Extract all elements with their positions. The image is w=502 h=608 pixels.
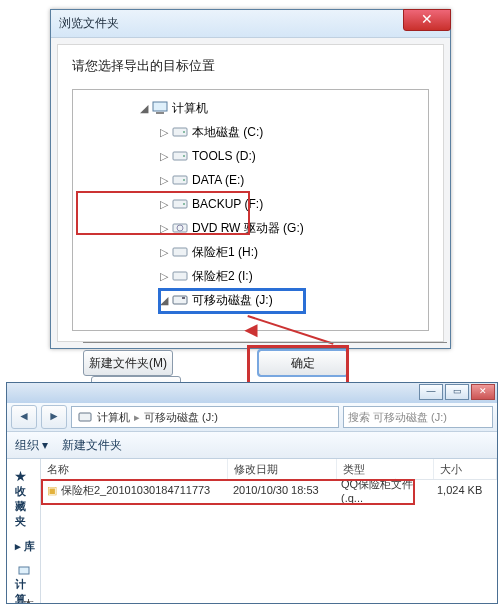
removable-drive-icon [171,288,189,312]
drive-icon [171,192,189,216]
address-bar[interactable]: 计算机 ▸ 可移动磁盘 (J:) [71,406,339,428]
expand-icon[interactable]: ▷ [157,168,171,192]
collapse-icon[interactable]: ◢ [137,96,151,120]
explorer-sidebar[interactable]: ★ 收藏夹 ▸ 库 计算机 本地磁盘 (C:) TOOLS (D:) DATA … [7,459,41,603]
svg-rect-0 [153,102,167,111]
folder-tree[interactable]: ◢ 计算机 ▷本地磁盘 (C:) ▷TOOLS (D:) ▷DATA (E:) … [72,89,429,331]
search-input[interactable]: 搜索 可移动磁盘 (J:) [343,406,493,428]
toolbar-new-folder[interactable]: 新建文件夹 [62,437,122,454]
collapse-icon[interactable]: ◢ [157,288,171,312]
dvd-icon [171,216,189,240]
organize-menu[interactable]: 组织 ▾ [15,437,48,454]
expand-icon[interactable]: ▷ [157,144,171,168]
tree-node-drive-g[interactable]: ▷DVD RW 驱动器 (G:) [73,216,428,240]
window-close-button[interactable]: ✕ [471,384,495,400]
svg-rect-1 [156,112,164,114]
expand-icon[interactable]: ▷ [157,120,171,144]
tree-label: DVD RW 驱动器 (G:) [192,216,304,240]
path-separator-icon: ▸ [134,411,140,424]
expand-icon[interactable]: ▷ [157,264,171,288]
explorer-navbar: ◄ ► 计算机 ▸ 可移动磁盘 (J:) 搜索 可移动磁盘 (J:) [7,403,497,432]
expand-icon[interactable]: ▷ [157,192,171,216]
file-date: 2010/10/30 18:53 [227,482,335,498]
svg-point-5 [183,155,185,157]
svg-point-3 [183,131,185,133]
svg-rect-17 [19,567,29,574]
dialog-body: 请您选择导出的目标位置 ◢ 计算机 ▷本地磁盘 (C:) ▷TOOLS (D:)… [57,44,444,342]
computer-icon [151,96,169,120]
drive-icon [171,120,189,144]
path-segment[interactable]: 计算机 [97,410,130,425]
file-row[interactable]: ▣保险柜2_20101030184711773 2010/10/30 18:53… [41,480,497,500]
tree-node-drive-f[interactable]: ▷BACKUP (F:) [73,192,428,216]
tree-label: 计算机 [172,96,208,120]
svg-rect-12 [173,248,187,256]
tree-node-drive-h[interactable]: ▷保险柜1 (H:) [73,240,428,264]
explorer-window: — ▭ ✕ ◄ ► 计算机 ▸ 可移动磁盘 (J:) 搜索 可移动磁盘 (J:)… [6,382,498,604]
explorer-titlebar[interactable]: — ▭ ✕ [7,383,497,403]
svg-rect-15 [182,297,185,299]
drive-icon [171,264,189,288]
dialog-button-bar: 新建文件夹(M) 确定 取消 [83,350,447,384]
dialog-title: 浏览文件夹 [59,15,119,32]
explorer-content: ★ 收藏夹 ▸ 库 计算机 本地磁盘 (C:) TOOLS (D:) DATA … [7,459,497,603]
file-list[interactable]: 名称 修改日期 类型 大小 ▣保险柜2_20101030184711773 20… [41,459,497,603]
expand-icon[interactable]: ▷ [157,216,171,240]
tree-label: 保险柜2 (I:) [192,264,253,288]
svg-rect-16 [79,413,91,421]
tree-node-drive-i[interactable]: ▷保险柜2 (I:) [73,264,428,288]
nav-back-button[interactable]: ◄ [11,405,37,429]
tree-label: BACKUP (F:) [192,192,263,216]
file-icon: ▣ [47,484,57,497]
tree-label: 可移动磁盘 (J:) [192,288,273,312]
tree-label: 保险柜1 (H:) [192,240,258,264]
col-name[interactable]: 名称 [41,459,228,479]
drive-icon [171,240,189,264]
browse-folder-dialog: 浏览文件夹 ✕ 请您选择导出的目标位置 ◢ 计算机 ▷本地磁盘 (C:) ▷TO… [50,9,451,349]
tree-node-drive-d[interactable]: ▷TOOLS (D:) [73,144,428,168]
file-name: 保险柜2_20101030184711773 [61,483,210,498]
explorer-toolbar: 组织 ▾ 新建文件夹 [7,432,497,459]
ok-button[interactable]: 确定 [258,350,348,376]
drive-icon [171,168,189,192]
sidebar-favorites-header[interactable]: ★ 收藏夹 [15,469,36,529]
tree-node-drive-e[interactable]: ▷DATA (E:) [73,168,428,192]
expand-icon[interactable]: ▷ [157,240,171,264]
tree-label: DATA (E:) [192,168,244,192]
svg-rect-13 [173,272,187,280]
minimize-button[interactable]: — [419,384,443,400]
tree-label: 本地磁盘 (C:) [192,120,263,144]
file-type: QQ保险柜文件(.q... [335,475,431,506]
dialog-separator [83,342,447,343]
tree-node-drive-j-selected[interactable]: ◢可移动磁盘 (J:) [73,288,428,312]
tree-node-computer[interactable]: ◢ 计算机 [73,96,428,120]
col-date[interactable]: 修改日期 [228,459,337,479]
path-segment[interactable]: 可移动磁盘 (J:) [144,410,218,425]
removable-drive-icon [76,411,94,423]
tree-label: TOOLS (D:) [192,144,256,168]
computer-icon [15,564,33,577]
dialog-close-button[interactable]: ✕ [403,9,451,31]
file-size: 1,024 KB [431,482,493,498]
tree-node-drive-c[interactable]: ▷本地磁盘 (C:) [73,120,428,144]
svg-point-7 [183,179,185,181]
new-folder-button[interactable]: 新建文件夹(M) [83,350,173,376]
drive-icon [171,144,189,168]
sidebar-lib-header[interactable]: ▸ 库 [15,539,36,554]
dialog-titlebar[interactable]: 浏览文件夹 ✕ [51,10,450,38]
svg-point-9 [183,203,185,205]
col-size[interactable]: 大小 [434,459,497,479]
maximize-button[interactable]: ▭ [445,384,469,400]
nav-forward-button[interactable]: ► [41,405,67,429]
dialog-instruction: 请您选择导出的目标位置 [72,57,429,75]
search-placeholder: 搜索 可移动磁盘 (J:) [348,410,447,425]
